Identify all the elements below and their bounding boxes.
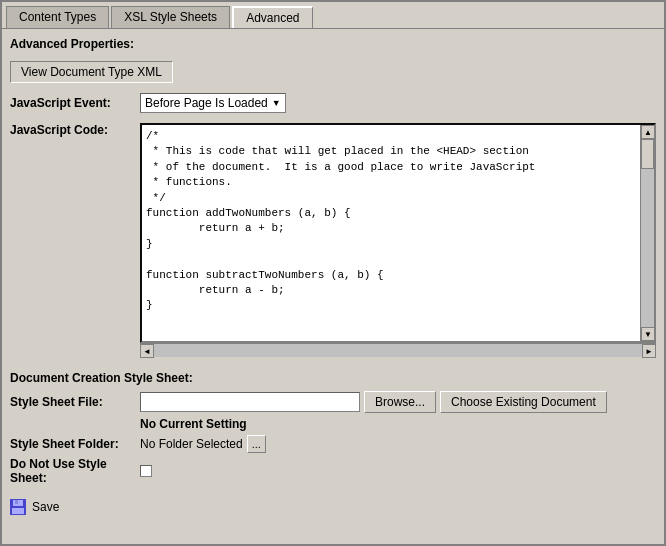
js-code-container: /* * This is code that will get placed i…	[140, 123, 656, 343]
horizontal-scrollbar: ◄ ►	[140, 343, 656, 357]
no-current-setting-row: No Current Setting	[10, 417, 656, 431]
advanced-properties-title: Advanced Properties:	[10, 37, 656, 51]
no-folder-selected: No Folder Selected	[140, 437, 243, 451]
js-code-editor[interactable]: /* * This is code that will get placed i…	[142, 125, 640, 341]
scroll-left-button[interactable]: ◄	[140, 344, 154, 358]
tab-bar: Content Types XSL Style Sheets Advanced	[2, 2, 664, 28]
style-sheet-folder-label: Style Sheet Folder:	[10, 437, 140, 451]
scroll-right-icon: ►	[645, 347, 653, 356]
save-bar: Save	[10, 495, 656, 515]
tab-content-types[interactable]: Content Types	[6, 6, 109, 28]
doc-creation-title: Document Creation Style Sheet:	[10, 371, 656, 385]
view-doc-type-xml-button[interactable]: View Document Type XML	[10, 61, 173, 83]
js-code-row: JavaScript Code: /* * This is code that …	[10, 123, 656, 357]
content-area: Advanced Properties: View Document Type …	[2, 28, 664, 544]
main-window: Content Types XSL Style Sheets Advanced …	[0, 0, 666, 546]
style-sheet-folder-row: Style Sheet Folder: No Folder Selected .…	[10, 435, 656, 453]
tab-xsl-style-sheets[interactable]: XSL Style Sheets	[111, 6, 230, 28]
js-code-label: JavaScript Code:	[10, 123, 140, 137]
style-sheet-file-label: Style Sheet File:	[10, 395, 140, 409]
save-icon	[10, 499, 26, 515]
save-label: Save	[32, 500, 59, 514]
folder-browse-button[interactable]: ...	[247, 435, 266, 453]
scroll-thumb[interactable]	[641, 139, 654, 169]
scroll-up-button[interactable]: ▲	[641, 125, 655, 139]
tab-content-types-label: Content Types	[19, 10, 96, 24]
vertical-scrollbar: ▲ ▼	[640, 125, 654, 341]
tab-xsl-label: XSL Style Sheets	[124, 10, 217, 24]
browse-button[interactable]: Browse...	[364, 391, 436, 413]
tab-advanced[interactable]: Advanced	[232, 6, 312, 28]
scroll-down-button[interactable]: ▼	[641, 327, 655, 341]
choose-existing-button[interactable]: Choose Existing Document	[440, 391, 607, 413]
do-not-use-label: Do Not Use Style Sheet:	[10, 457, 140, 485]
do-not-use-checkbox[interactable]	[140, 465, 152, 477]
scroll-right-button[interactable]: ►	[642, 344, 656, 358]
js-event-value: Before Page Is Loaded	[145, 96, 268, 110]
hscroll-track	[154, 344, 642, 357]
js-event-label: JavaScript Event:	[10, 96, 140, 110]
scroll-up-icon: ▲	[644, 128, 652, 137]
svg-rect-2	[15, 500, 18, 504]
scroll-track	[641, 139, 654, 327]
svg-rect-3	[12, 508, 24, 514]
js-event-dropdown[interactable]: Before Page Is Loaded ▼	[140, 93, 286, 113]
save-icon-svg	[10, 499, 26, 515]
style-sheet-file-row: Style Sheet File: Browse... Choose Exist…	[10, 391, 656, 413]
js-event-row: JavaScript Event: Before Page Is Loaded …	[10, 93, 656, 113]
scroll-left-icon: ◄	[143, 347, 151, 356]
dropdown-arrow-icon: ▼	[272, 98, 281, 108]
no-current-setting: No Current Setting	[140, 417, 247, 431]
scroll-down-icon: ▼	[644, 330, 652, 339]
do-not-use-row: Do Not Use Style Sheet:	[10, 457, 656, 485]
tab-advanced-label: Advanced	[246, 11, 299, 25]
style-sheet-file-input[interactable]	[140, 392, 360, 412]
